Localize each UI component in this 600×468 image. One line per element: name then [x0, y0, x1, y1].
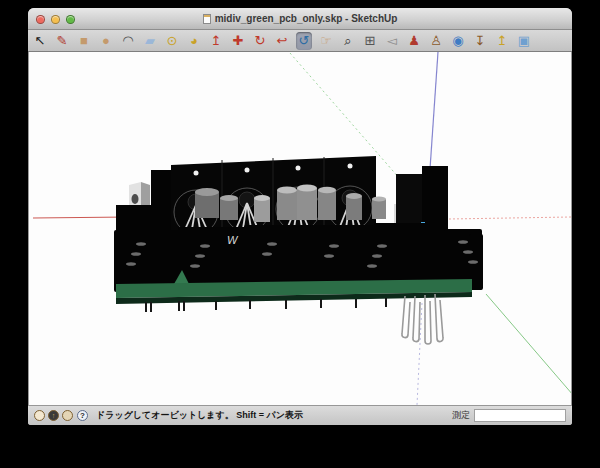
tool-tape-measure[interactable]: ⊙ [164, 32, 180, 50]
tool-place-model[interactable]: ▣ [516, 32, 532, 50]
place-model-icon: ▣ [518, 32, 530, 50]
tool-rectangle[interactable]: ■ [76, 32, 92, 50]
orbit-icon: ↺ [299, 32, 310, 50]
tool-paint-bucket[interactable]: ◕ [186, 32, 202, 50]
tool-zoom-extents[interactable]: ⊞ [362, 32, 378, 50]
status-coin-1-icon[interactable] [34, 410, 45, 421]
tool-arc[interactable]: ◠ [120, 32, 136, 50]
offset-icon: ↩ [277, 32, 288, 50]
pan-icon: ☞ [320, 32, 332, 50]
measurement-label: 測定 [452, 409, 470, 422]
tool-previous[interactable]: ◅ [384, 32, 400, 50]
pcb-model: W [114, 156, 483, 344]
tool-move[interactable]: ✚ [230, 32, 246, 50]
tool-position-camera[interactable]: ♟ [406, 32, 422, 50]
tool-line[interactable]: ✎ [54, 32, 70, 50]
move-icon: ✚ [233, 32, 244, 50]
window-title: midiv_green_pcb_only.skp - SketchUp [215, 13, 398, 24]
help-icon[interactable]: ? [77, 410, 88, 421]
position-camera-icon: ♟ [408, 32, 420, 50]
toggle-terrain-icon: ↥ [497, 32, 508, 50]
select-icon: ↖ [35, 32, 46, 50]
close-button[interactable] [36, 15, 45, 24]
status-coin-3-icon[interactable] [62, 410, 73, 421]
zoom-icon: ⌕ [344, 32, 351, 50]
status-bar: ↑ ? ドラッグしてオービットします。 Shift = パン表示 測定 [28, 405, 572, 425]
document-icon [203, 14, 211, 24]
statusbar-hint: ドラッグしてオービットします。 Shift = パン表示 [96, 409, 303, 422]
rectangle-icon: ■ [80, 32, 88, 50]
main-toolbar: ↖✎■●◠▰⊙◕↥✚↻↩↺☞⌕⊞◅♟♙◉↧↥▣ [28, 30, 572, 52]
blue-axis [430, 52, 438, 169]
minimize-button[interactable] [51, 15, 60, 24]
circle-icon: ● [102, 32, 110, 50]
component-marking: W [227, 234, 239, 246]
google-earth-icon: ◉ [452, 32, 463, 50]
tool-circle[interactable]: ● [98, 32, 114, 50]
zoom-extents-icon: ⊞ [365, 32, 376, 50]
tool-google-earth[interactable]: ◉ [450, 32, 466, 50]
green-axis [486, 294, 571, 395]
walk-icon: ♙ [430, 32, 442, 50]
title-bar[interactable]: midiv_green_pcb_only.skp - SketchUp [28, 8, 572, 30]
tape-measure-icon: ⊙ [167, 32, 178, 50]
get-current-view-icon: ↧ [475, 32, 486, 50]
red-axis [33, 217, 128, 218]
model-viewport[interactable]: W [28, 52, 572, 405]
sketchup-window: midiv_green_pcb_only.skp - SketchUp ↖✎■●… [28, 8, 572, 425]
tool-select[interactable]: ↖ [32, 32, 48, 50]
tool-walk[interactable]: ♙ [428, 32, 444, 50]
push-pull-icon: ↥ [211, 32, 222, 50]
tool-get-current-view[interactable]: ↧ [472, 32, 488, 50]
eraser-icon: ▰ [145, 32, 155, 50]
tool-toggle-terrain[interactable]: ↥ [494, 32, 510, 50]
tool-push-pull[interactable]: ↥ [208, 32, 224, 50]
arc-icon: ◠ [122, 32, 133, 50]
tool-offset[interactable]: ↩ [274, 32, 290, 50]
paint-bucket-icon: ◕ [190, 32, 198, 50]
tool-rotate[interactable]: ↻ [252, 32, 268, 50]
line-icon: ✎ [57, 32, 68, 50]
tool-eraser[interactable]: ▰ [142, 32, 158, 50]
rotate-icon: ↻ [255, 32, 266, 50]
tool-zoom[interactable]: ⌕ [340, 32, 356, 50]
red-axis-negative [449, 217, 571, 219]
measurement-input[interactable] [474, 409, 566, 422]
previous-icon: ◅ [387, 32, 397, 50]
tool-pan[interactable]: ☞ [318, 32, 334, 50]
zoom-window-button[interactable] [66, 15, 75, 24]
status-coin-2-icon[interactable]: ↑ [48, 410, 59, 421]
model-viewport-canvas: W [29, 52, 571, 405]
tool-orbit[interactable]: ↺ [296, 32, 312, 50]
